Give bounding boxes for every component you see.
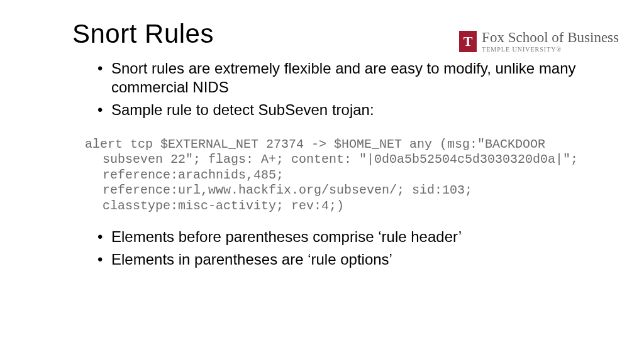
temple-t-icon: T [459, 31, 477, 52]
bullet-list-bottom: Elements before parentheses comprise ‘ru… [97, 228, 587, 269]
school-logo: T Fox School of Business TEMPLE UNIVERSI… [459, 30, 619, 53]
code-line: reference:url,www.hackfix.org/subseven/;… [85, 183, 587, 198]
page-title: Snort Rules [72, 19, 214, 49]
list-item: Elements before parentheses comprise ‘ru… [97, 228, 587, 246]
code-line: reference:arachnids,485; [85, 168, 587, 183]
slide: Snort Rules T Fox School of Business TEM… [0, 0, 644, 269]
logo-text: Fox School of Business TEMPLE UNIVERSITY… [482, 30, 619, 53]
list-item: Elements in parentheses are ‘rule option… [97, 250, 587, 269]
code-line: alert tcp $EXTERNAL_NET 27374 -> $HOME_N… [85, 137, 545, 151]
slide-content: Snort rules are extremely flexible and a… [0, 53, 644, 269]
logo-sub-text: TEMPLE UNIVERSITY® [482, 47, 619, 53]
code-line: subseven 22"; flags: A+; content: "|0d0a… [85, 152, 587, 167]
logo-main-text: Fox School of Business [482, 30, 619, 45]
header-row: Snort Rules T Fox School of Business TEM… [0, 19, 644, 53]
code-block: alert tcp $EXTERNAL_NET 27374 -> $HOME_N… [85, 123, 587, 228]
list-item: Sample rule to detect SubSeven trojan: [97, 101, 587, 119]
code-line: classtype:misc-activity; rev:4;) [85, 199, 587, 214]
logo-letter: T [464, 35, 473, 48]
bullet-list-top: Snort rules are extremely flexible and a… [97, 59, 587, 119]
list-item: Snort rules are extremely flexible and a… [97, 59, 587, 97]
